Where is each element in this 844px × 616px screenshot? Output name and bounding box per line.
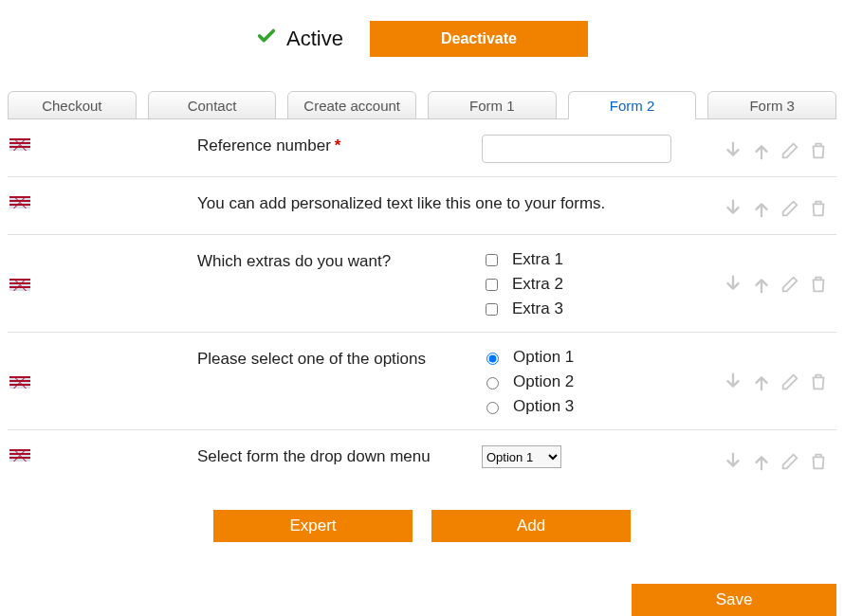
uk-flag-icon — [9, 449, 30, 462]
expert-button[interactable]: Expert — [213, 510, 413, 542]
tab-checkout[interactable]: Checkout — [8, 91, 137, 119]
delete-icon[interactable] — [806, 449, 831, 474]
move-down-icon[interactable] — [721, 138, 745, 163]
tabs: Checkout Contact Create account Form 1 F… — [8, 91, 836, 119]
field-row-reference: Reference number* — [8, 119, 836, 177]
move-up-icon[interactable] — [749, 370, 774, 394]
delete-icon[interactable] — [806, 272, 831, 297]
uk-flag-icon — [9, 279, 30, 291]
info-text: You can add personalized text like this … — [197, 192, 700, 213]
checkbox[interactable] — [486, 303, 498, 316]
extra-option[interactable]: Extra 3 — [482, 299, 700, 318]
radio[interactable] — [486, 402, 499, 414]
tab-contact[interactable]: Contact — [148, 91, 277, 119]
add-button[interactable]: Add — [431, 510, 631, 542]
radio-option[interactable]: Option 1 — [482, 348, 700, 367]
deactivate-button[interactable]: Deactivate — [370, 21, 588, 57]
tab-form-3[interactable]: Form 3 — [707, 91, 836, 119]
uk-flag-icon — [9, 376, 30, 389]
move-up-icon[interactable] — [749, 196, 774, 221]
move-down-icon[interactable] — [721, 449, 745, 474]
bottom-button-bar: Expert Add — [8, 487, 836, 584]
checkbox[interactable] — [486, 279, 498, 291]
field-label: Reference number* — [197, 135, 482, 155]
move-down-icon[interactable] — [721, 196, 745, 221]
field-row-radios: Please select one of the options Option … — [8, 333, 836, 430]
move-down-icon[interactable] — [721, 272, 745, 297]
status-bar: Active Deactivate — [8, 0, 836, 91]
edit-icon[interactable] — [778, 272, 802, 297]
edit-icon[interactable] — [778, 196, 802, 221]
reference-input[interactable] — [482, 135, 671, 163]
field-label: Please select one of the options — [197, 348, 482, 369]
status-label: Active — [286, 27, 343, 51]
dropdown-select[interactable]: Option 1 — [482, 445, 561, 468]
field-label: Select form the drop down menu — [197, 445, 482, 466]
edit-icon[interactable] — [778, 370, 802, 394]
uk-flag-icon — [9, 138, 30, 151]
delete-icon[interactable] — [806, 370, 831, 394]
move-down-icon[interactable] — [721, 370, 745, 394]
field-row-dropdown: Select form the drop down menu Option 1 — [8, 430, 836, 487]
move-up-icon[interactable] — [749, 449, 774, 474]
extra-option[interactable]: Extra 1 — [482, 250, 700, 269]
radio[interactable] — [486, 377, 499, 390]
radio-option[interactable]: Option 3 — [482, 397, 700, 416]
field-row-infotext: You can add personalized text like this … — [8, 177, 836, 235]
checkbox[interactable] — [486, 254, 498, 266]
form-fields-panel: Reference number* You can add personaliz… — [8, 118, 836, 487]
field-label: Which extras do you want? — [197, 250, 482, 271]
uk-flag-icon — [9, 196, 30, 208]
field-row-extras: Which extras do you want? Extra 1 Extra … — [8, 235, 836, 333]
delete-icon[interactable] — [806, 138, 831, 163]
radio-option[interactable]: Option 2 — [482, 372, 700, 391]
tab-form-2[interactable]: Form 2 — [568, 91, 697, 119]
required-marker: * — [335, 136, 341, 154]
edit-icon[interactable] — [778, 138, 802, 163]
save-button[interactable]: Save — [632, 584, 836, 616]
check-icon — [256, 26, 277, 52]
save-bar: Save — [8, 584, 836, 616]
tab-create-account[interactable]: Create account — [287, 91, 416, 119]
edit-icon[interactable] — [778, 449, 802, 474]
move-up-icon[interactable] — [749, 138, 774, 163]
radio[interactable] — [486, 353, 499, 365]
move-up-icon[interactable] — [749, 272, 774, 297]
tab-form-1[interactable]: Form 1 — [428, 91, 557, 119]
delete-icon[interactable] — [806, 196, 831, 221]
extra-option[interactable]: Extra 2 — [482, 275, 700, 294]
